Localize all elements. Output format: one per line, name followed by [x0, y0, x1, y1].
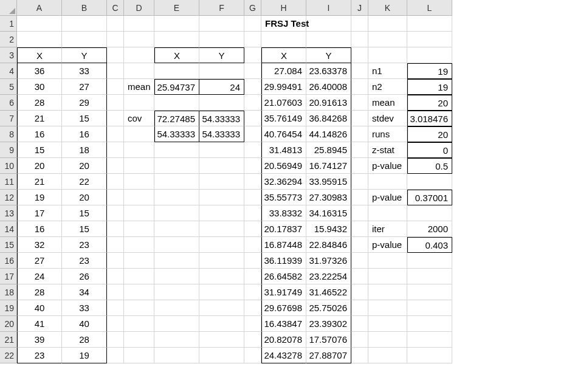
cell-I14[interactable]: 15.9432 [306, 221, 351, 237]
cell-K2[interactable] [368, 32, 407, 47]
cell-E18[interactable] [154, 284, 199, 300]
select-all-corner[interactable] [0, 0, 17, 16]
cell-K13[interactable] [368, 205, 407, 221]
cell-J4[interactable] [351, 63, 368, 79]
cell-L1[interactable] [407, 16, 452, 32]
cell-K11[interactable] [368, 174, 407, 190]
cell-B2[interactable] [62, 32, 107, 47]
cell-J18[interactable] [351, 284, 368, 300]
cell-G13[interactable] [244, 205, 261, 221]
cell-K3[interactable] [368, 47, 407, 63]
cell-C18[interactable] [107, 284, 124, 300]
cell-C5[interactable] [107, 79, 124, 95]
cell-G7[interactable] [244, 111, 261, 126]
cell-E22[interactable] [154, 348, 199, 363]
cell-I17[interactable]: 23.22254 [306, 269, 351, 284]
column-header-L[interactable]: L [407, 0, 452, 16]
row-header-2[interactable]: 2 [0, 32, 17, 47]
cell-I7[interactable]: 36.84268 [306, 111, 351, 126]
cell-C19[interactable] [107, 300, 124, 316]
cell-I2[interactable] [306, 32, 351, 47]
cell-B12[interactable]: 20 [62, 190, 107, 205]
cell-E2[interactable] [154, 32, 199, 47]
cell-H11[interactable]: 32.36294 [261, 174, 306, 190]
cell-F6[interactable] [199, 95, 244, 111]
cell-J10[interactable] [351, 158, 368, 174]
cell-F9[interactable] [199, 142, 244, 158]
cell-H6[interactable]: 21.07603 [261, 95, 306, 111]
cell-E14[interactable] [154, 221, 199, 237]
cell-B13[interactable]: 15 [62, 205, 107, 221]
cell-L10[interactable]: 0.5 [407, 158, 452, 174]
cell-L11[interactable] [407, 174, 452, 190]
cell-I4[interactable]: 23.63378 [306, 63, 351, 79]
cell-D9[interactable] [124, 142, 154, 158]
column-header-I[interactable]: I [306, 0, 351, 16]
cell-J7[interactable] [351, 111, 368, 126]
column-header-C[interactable]: C [107, 0, 124, 16]
cell-G12[interactable] [244, 190, 261, 205]
row-header-9[interactable]: 9 [0, 142, 17, 158]
cell-F16[interactable] [199, 253, 244, 269]
row-header-6[interactable]: 6 [0, 95, 17, 111]
cell-C17[interactable] [107, 269, 124, 284]
cell-I21[interactable]: 17.57076 [306, 332, 351, 348]
cell-J16[interactable] [351, 253, 368, 269]
cell-F19[interactable] [199, 300, 244, 316]
cell-H3[interactable]: X [261, 47, 306, 63]
cell-J12[interactable] [351, 190, 368, 205]
cell-B1[interactable] [62, 16, 107, 32]
cell-B6[interactable]: 29 [62, 95, 107, 111]
cell-L16[interactable] [407, 253, 452, 269]
cell-H7[interactable]: 35.76149 [261, 111, 306, 126]
cell-L13[interactable] [407, 205, 452, 221]
cell-I16[interactable]: 31.97326 [306, 253, 351, 269]
cell-G22[interactable] [244, 348, 261, 363]
cell-K16[interactable] [368, 253, 407, 269]
cell-A3[interactable]: X [17, 47, 62, 63]
cell-E19[interactable] [154, 300, 199, 316]
cell-A16[interactable]: 27 [17, 253, 62, 269]
row-header-3[interactable]: 3 [0, 47, 17, 63]
cell-H13[interactable]: 33.8332 [261, 205, 306, 221]
row-header-17[interactable]: 17 [0, 269, 17, 284]
row-header-7[interactable]: 7 [0, 111, 17, 126]
cell-D15[interactable] [124, 237, 154, 253]
cell-F13[interactable] [199, 205, 244, 221]
cell-D19[interactable] [124, 300, 154, 316]
row-header-15[interactable]: 15 [0, 237, 17, 253]
cell-H12[interactable]: 35.55773 [261, 190, 306, 205]
row-header-8[interactable]: 8 [0, 126, 17, 142]
cell-F22[interactable] [199, 348, 244, 363]
cell-J22[interactable] [351, 348, 368, 363]
column-header-A[interactable]: A [17, 0, 62, 16]
cell-K4[interactable]: n1 [368, 63, 407, 79]
cell-G11[interactable] [244, 174, 261, 190]
cell-H20[interactable]: 16.43847 [261, 316, 306, 332]
cell-D17[interactable] [124, 269, 154, 284]
cell-I3[interactable]: Y [306, 47, 351, 63]
cell-B15[interactable]: 23 [62, 237, 107, 253]
cell-J15[interactable] [351, 237, 368, 253]
cell-A6[interactable]: 28 [17, 95, 62, 111]
cell-B16[interactable]: 23 [62, 253, 107, 269]
cell-K5[interactable]: n2 [368, 79, 407, 95]
cell-J8[interactable] [351, 126, 368, 142]
cell-E10[interactable] [154, 158, 199, 174]
row-header-12[interactable]: 12 [0, 190, 17, 205]
cell-I5[interactable]: 26.40008 [306, 79, 351, 95]
cell-E6[interactable] [154, 95, 199, 111]
cell-L7[interactable]: 3.018476 [407, 111, 452, 126]
cell-C14[interactable] [107, 221, 124, 237]
cell-G2[interactable] [244, 32, 261, 47]
cell-B8[interactable]: 16 [62, 126, 107, 142]
row-header-11[interactable]: 11 [0, 174, 17, 190]
cell-F5[interactable]: 24 [199, 79, 244, 95]
column-header-D[interactable]: D [124, 0, 154, 16]
row-header-14[interactable]: 14 [0, 221, 17, 237]
cell-F15[interactable] [199, 237, 244, 253]
cell-I10[interactable]: 16.74127 [306, 158, 351, 174]
cell-K7[interactable]: stdev [368, 111, 407, 126]
cell-I6[interactable]: 20.91613 [306, 95, 351, 111]
cell-G16[interactable] [244, 253, 261, 269]
